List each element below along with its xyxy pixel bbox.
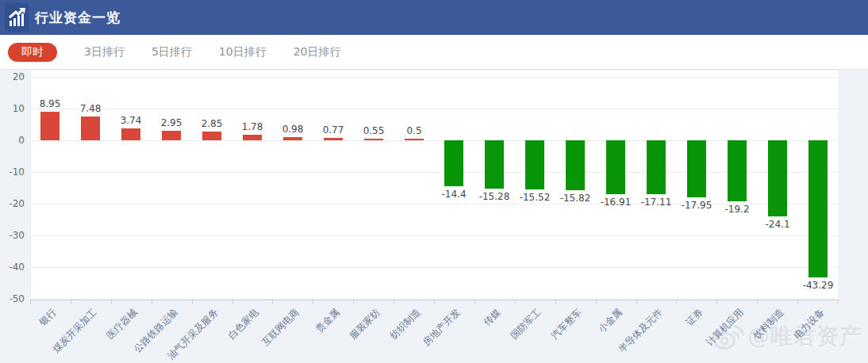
tab-3day[interactable]: 3日排行 <box>84 45 125 59</box>
gridline <box>30 267 838 268</box>
bar-煤炭开采加工[interactable] <box>81 117 100 140</box>
x-axis-tick <box>30 300 31 304</box>
bar-饮料制造[interactable] <box>768 140 787 216</box>
ranking-tabbar: 即时 3日排行 5日排行 10日排行 20日排行 <box>0 35 868 70</box>
x-axis-tick <box>434 300 435 304</box>
x-axis-tick <box>232 300 233 304</box>
x-axis-tick <box>757 300 758 304</box>
bar-半导体及元件[interactable] <box>647 140 666 194</box>
bar-贵金属[interactable] <box>324 138 343 140</box>
x-axis-tick <box>596 300 597 304</box>
y-axis-tick-label: 10 <box>0 103 25 114</box>
y-axis-tick-label: 0 <box>0 135 25 146</box>
x-axis-tick <box>797 300 798 304</box>
bar-国防军工[interactable] <box>525 140 544 189</box>
bar-传媒[interactable] <box>485 140 504 189</box>
bar-公路铁路运输[interactable] <box>162 131 181 140</box>
tab-5day[interactable]: 5日排行 <box>152 45 192 59</box>
x-axis-tick <box>716 300 717 304</box>
x-axis-tick <box>515 300 516 304</box>
bar-服装家纺[interactable] <box>364 139 383 140</box>
x-axis-tick <box>272 300 273 304</box>
bar-value-label: 0.5 <box>390 125 438 136</box>
bar-计算机应用[interactable] <box>728 140 747 201</box>
x-axis-tick <box>474 300 475 304</box>
gridline <box>30 172 838 173</box>
page-title: 行业资金一览 <box>35 9 121 27</box>
industry-funds-bar-chart: @唯君资产 20100-10-20-30-40-508.95银行7.48煤炭开采… <box>0 70 868 363</box>
bar-纺织制造[interactable] <box>405 139 424 140</box>
chart-rising-icon <box>5 3 29 32</box>
x-axis-tick <box>192 300 193 304</box>
tab-realtime[interactable]: 即时 <box>8 43 57 62</box>
gridline <box>30 235 838 236</box>
gridline <box>30 109 838 109</box>
tab-20day[interactable]: 20日排行 <box>294 45 341 59</box>
y-axis-tick-label: -20 <box>0 198 25 209</box>
bar-油气开采及服务[interactable] <box>202 132 221 140</box>
x-axis-tick <box>152 300 152 304</box>
industry-funds-panel: 行业资金一览 即时 3日排行 5日排行 10日排行 20日排行 @唯君资产 20… <box>0 0 868 363</box>
bar-小金属[interactable] <box>606 140 625 194</box>
x-axis-tick <box>71 300 71 304</box>
bar-银行[interactable] <box>40 112 60 140</box>
y-axis-tick-label: 20 <box>0 71 25 82</box>
bar-互联网电商[interactable] <box>283 137 302 140</box>
y-axis-tick-label: -40 <box>0 262 25 273</box>
y-axis-tick-label: -30 <box>0 230 25 241</box>
x-axis-tick <box>313 300 313 304</box>
bar-证券[interactable] <box>687 140 706 197</box>
x-axis-tick <box>555 300 556 304</box>
bar-value-label: 7.48 <box>67 103 114 114</box>
x-axis-tick <box>394 300 394 304</box>
bar-电力设备[interactable] <box>808 140 828 277</box>
bar-汽车整车[interactable] <box>566 140 585 190</box>
bar-房地产开发[interactable] <box>444 140 463 186</box>
y-axis-tick-label: -10 <box>0 166 25 178</box>
bar-value-label: -43.29 <box>794 280 842 291</box>
gridline <box>30 140 838 141</box>
y-axis-tick-label: -50 <box>0 293 25 304</box>
tab-10day[interactable]: 10日排行 <box>219 45 267 59</box>
x-axis-tick <box>111 300 112 304</box>
bar-医疗器械[interactable] <box>121 128 140 140</box>
bar-value-label: -19.2 <box>713 204 761 215</box>
x-axis-tick <box>838 300 839 304</box>
panel-header: 行业资金一览 <box>0 0 868 35</box>
x-axis-tick <box>353 300 354 304</box>
plot-background <box>30 71 838 300</box>
bar-白色家电[interactable] <box>243 135 262 140</box>
x-axis-tick <box>636 300 637 304</box>
gridline <box>30 77 838 78</box>
bar-value-label: -24.1 <box>754 219 801 230</box>
x-axis-tick <box>676 300 677 304</box>
